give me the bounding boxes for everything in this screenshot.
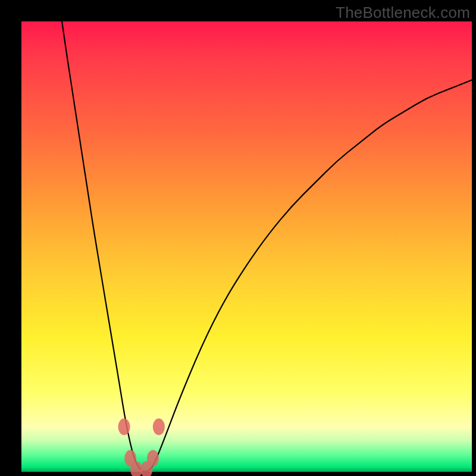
minimum-marker — [153, 418, 165, 435]
bottleneck-curve — [62, 21, 472, 472]
minimum-markers — [118, 418, 165, 476]
plot-area — [21, 21, 472, 472]
curve-layer — [21, 21, 472, 472]
chart-frame: TheBottleneck.com — [0, 0, 476, 476]
minimum-marker — [118, 418, 130, 435]
watermark-text: TheBottleneck.com — [336, 4, 470, 22]
